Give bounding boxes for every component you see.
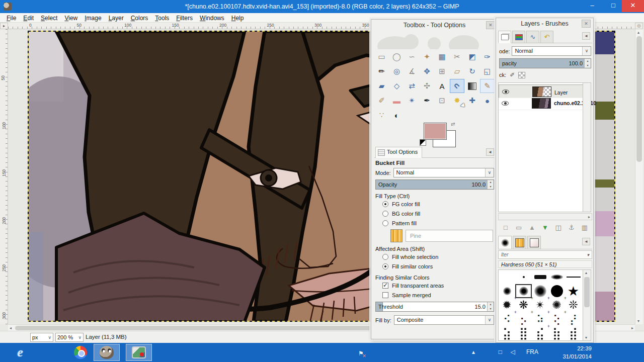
- brush-scroll-thumb[interactable]: [584, 277, 590, 307]
- brush-cell-scatter[interactable]: ⢕: [548, 312, 565, 326]
- collapse-panel-icon[interactable]: ◄: [486, 148, 494, 156]
- lock-pixels-icon[interactable]: ✐: [510, 71, 515, 78]
- scroll-up-icon[interactable]: ▴: [637, 30, 639, 35]
- tool-ink[interactable]: ✒: [420, 94, 434, 108]
- scroll-down-icon[interactable]: ▾: [585, 335, 587, 340]
- taskbar-screen-recorder[interactable]: [126, 344, 152, 361]
- taskbar-chrome[interactable]: [67, 344, 94, 361]
- close-button[interactable]: ✕: [622, 0, 644, 12]
- spinner-icons[interactable]: ▴▾: [487, 180, 494, 189]
- tab-layers[interactable]: [498, 31, 511, 43]
- opacity-slider[interactable]: Opacity 100.0 ▴▾: [375, 179, 494, 190]
- toolbox-close-icon[interactable]: ✕: [486, 21, 495, 29]
- language-indicator[interactable]: FRA: [526, 348, 538, 355]
- layer-list-scrollbar[interactable]: [583, 82, 591, 212]
- pattern-swatch[interactable]: [390, 229, 403, 242]
- brush-cell-circle[interactable]: [548, 284, 565, 298]
- brush-cell-noise[interactable]: ⣮: [532, 326, 548, 340]
- tool-eraser[interactable]: ▬: [389, 94, 404, 108]
- tool-bucket-fill[interactable]: ∪: [450, 79, 464, 93]
- layer-list-hscroll[interactable]: ▸: [498, 213, 592, 220]
- tool-perspective[interactable]: ◇: [389, 79, 404, 93]
- toolbox-title[interactable]: Toolbox - Tool Options: [371, 20, 498, 31]
- tool-zoom[interactable]: ◎: [389, 64, 404, 78]
- tool-heal[interactable]: ✚: [465, 94, 479, 108]
- menu-item-layer[interactable]: Layer: [105, 14, 127, 22]
- radio-fill-similar-colors[interactable]: Fill similar colors: [382, 263, 495, 271]
- checkbox-icon[interactable]: [382, 283, 388, 289]
- layer-opacity-slider[interactable]: pacity 100.0 ▴▾: [499, 58, 591, 68]
- menu-item-help[interactable]: Help: [228, 14, 248, 22]
- brush-cell-noise[interactable]: ⣵: [499, 326, 515, 340]
- tool-move[interactable]: ✥: [420, 64, 434, 78]
- brush-cell-noise[interactable]: ⣷: [548, 326, 565, 340]
- tool-gradient[interactable]: [465, 79, 479, 93]
- layer-mode-dropdown[interactable]: Normal ∨: [512, 46, 591, 56]
- menu-item-tools[interactable]: Tools: [151, 14, 173, 22]
- radio-fill-whole-selection[interactable]: Fill whole selection: [382, 253, 495, 261]
- layer-row-chuno-e02-10010[interactable]: chuno.e02.10010: [499, 97, 583, 110]
- checkbox-sample-merged[interactable]: Sample merged: [382, 292, 495, 300]
- scroll-left-icon[interactable]: ◂: [10, 326, 12, 330]
- default-colors-icon[interactable]: [420, 139, 426, 146]
- brush-cell-dot[interactable]: [515, 270, 532, 284]
- spinner-icons[interactable]: ▴▾: [584, 59, 591, 68]
- visibility-eye-icon[interactable]: [502, 101, 509, 106]
- swap-colors-icon[interactable]: ⇄: [451, 121, 455, 127]
- radio-icon[interactable]: [382, 201, 388, 207]
- tool-smudge[interactable]: ∵: [374, 108, 389, 122]
- tool-fuzzy-select[interactable]: ✦: [420, 50, 434, 64]
- layers-close-icon[interactable]: ✕: [582, 20, 591, 28]
- brush-cell-star[interactable]: ★: [565, 284, 582, 298]
- network-icon[interactable]: □: [499, 348, 502, 355]
- lower-layer-button[interactable]: ▼: [539, 222, 550, 233]
- duplicate-layer-button[interactable]: ◫: [553, 222, 564, 233]
- brush-cell-scatter[interactable]: ⡜: [565, 312, 582, 326]
- tool-clone[interactable]: ⊡: [435, 94, 449, 108]
- brush-cell-bar[interactable]: [532, 270, 548, 284]
- chevron-down-icon[interactable]: ∨: [582, 47, 591, 55]
- menu-item-windows[interactable]: Windows: [196, 14, 228, 22]
- tool-text[interactable]: A: [435, 79, 449, 93]
- tool-blur-sharpen[interactable]: ●: [480, 94, 495, 108]
- maximize-button[interactable]: □: [604, 0, 623, 12]
- tool-scale[interactable]: ◱: [480, 64, 495, 78]
- taskbar-file-explorer[interactable]: [38, 344, 64, 361]
- brush-cell-hline[interactable]: [565, 270, 582, 284]
- brush-cell-noise[interactable]: ⣿: [515, 326, 532, 340]
- tool-align[interactable]: ⊞: [435, 64, 449, 78]
- brush-cell-fuzzy[interactable]: [532, 284, 548, 298]
- spinner-icons[interactable]: ▴▾: [487, 302, 494, 311]
- taskbar-gimp[interactable]: [94, 344, 120, 361]
- tool-free-select[interactable]: ∽: [405, 50, 419, 64]
- layer-thumbnail[interactable]: [532, 86, 551, 97]
- gimp-titlebar[interactable]: *[chuno.e02.100107.hdtv.xvid-han.avi4_15…: [0, 0, 644, 13]
- pattern-field[interactable]: Pine: [406, 230, 493, 242]
- menu-item-select[interactable]: Select: [37, 14, 61, 22]
- taskbar-internet-explorer[interactable]: e: [7, 344, 33, 361]
- new-group-button[interactable]: ▭: [513, 222, 524, 233]
- radio-fg-color-fill[interactable]: FG color fill: [382, 201, 495, 209]
- tab-patterns[interactable]: [513, 236, 526, 249]
- foreground-color-swatch[interactable]: [424, 123, 447, 140]
- radio-icon[interactable]: [382, 220, 388, 226]
- radio-pattern-fill[interactable]: Pattern fill: [382, 220, 495, 228]
- tool-shear[interactable]: ▰: [374, 79, 389, 93]
- lock-alpha-icon[interactable]: [518, 72, 525, 78]
- tool-flip[interactable]: ⇄: [405, 79, 419, 93]
- tool-foreground-select[interactable]: ◩: [465, 50, 479, 64]
- brush-cell-splat[interactable]: ❋: [515, 298, 532, 312]
- vertical-scroll-thumb[interactable]: [636, 36, 642, 162]
- tab-paths[interactable]: ∿: [526, 31, 539, 43]
- ruler-corner-button[interactable]: ▸: [0, 23, 8, 29]
- brush-cell-scatter[interactable]: ⠪: [499, 312, 515, 326]
- menu-item-image[interactable]: Image: [81, 14, 105, 22]
- layers-title[interactable]: Layers - Brushes: [496, 18, 593, 29]
- brush-cell-scatter[interactable]: ⡢: [515, 312, 532, 326]
- tool-airbrush[interactable]: ✴: [405, 94, 419, 108]
- tool-perspective-clone[interactable]: ✸▲: [450, 94, 464, 108]
- minimize-button[interactable]: –: [583, 0, 602, 12]
- tab-gradients[interactable]: [527, 236, 541, 249]
- brush-cell-noise[interactable]: ⣾: [565, 326, 582, 340]
- tool-pencil[interactable]: ✎: [480, 79, 495, 93]
